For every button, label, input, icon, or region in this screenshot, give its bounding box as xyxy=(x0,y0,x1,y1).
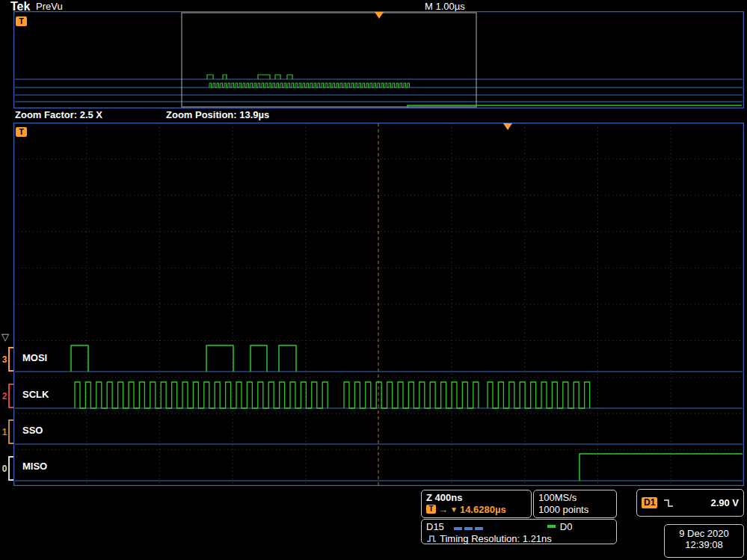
bus-activity-bars xyxy=(454,521,485,532)
channel-number-d1: 1 xyxy=(1,427,8,437)
zoom-factor-readout: Zoom Factor: 2.5 X xyxy=(15,109,102,120)
channel-bracket-icon xyxy=(8,384,13,408)
channel-label-sso: SSO xyxy=(22,425,43,436)
channel-number-d0: 0 xyxy=(1,464,8,474)
trigger-flag-overview[interactable]: T xyxy=(16,16,27,26)
channel-number-d3: 3 xyxy=(1,354,8,365)
zoom-scale-box: Z 400ns T → ▼ 14.6280µs xyxy=(421,490,532,518)
main-waveform-layer xyxy=(13,123,744,486)
overview-waveform-layer xyxy=(13,11,744,108)
channel-indicator-d1[interactable]: 1 xyxy=(1,419,13,444)
oscilloscope-screen: Tek PreVu M 1.00µs T Zoom Factor: 2.5 X … xyxy=(0,0,747,560)
datetime-box: 9 Dec 2020 12:39:08 xyxy=(664,524,744,558)
channel-bracket-icon xyxy=(8,419,13,444)
channel-indicator-d2[interactable]: 2 xyxy=(1,384,13,408)
channel-label-mosi: MOSI xyxy=(22,352,47,363)
digital-group-marker-icon[interactable]: ▽ xyxy=(1,333,9,342)
bus-activity-bar-icon xyxy=(475,527,483,530)
timing-edge-icon xyxy=(426,534,437,544)
arrow-icon: → xyxy=(438,504,448,515)
channel-indicator-d3[interactable]: 3 xyxy=(1,347,13,372)
bus-activity-bar-icon xyxy=(464,527,473,530)
channel-indicator-d0[interactable]: 0 xyxy=(1,456,13,481)
zoom-region-bracket xyxy=(182,13,476,107)
date-readout: 9 Dec 2020 xyxy=(669,528,739,539)
bus-msb-label: D15 xyxy=(426,521,444,532)
channel-bracket-icon xyxy=(8,347,13,372)
trigger-source-box: D1 2.90 V xyxy=(636,489,744,517)
acquisition-status: PreVu xyxy=(36,1,63,12)
bus-activity-bar-icon xyxy=(454,527,462,530)
trigger-flag-icon: T xyxy=(426,505,436,514)
marker-icon: ▼ xyxy=(450,505,458,514)
channel-label-miso: MISO xyxy=(22,461,47,472)
main-waveform-panel: MOSI SCLK SSO MISO xyxy=(13,123,744,486)
acquisition-box: 100MS/s 1000 points xyxy=(533,490,617,518)
time-readout: 12:39:08 xyxy=(669,539,739,550)
bus-active-bar-icon xyxy=(547,525,556,528)
channel-bracket-icon xyxy=(8,456,13,481)
trigger-position-marker-overview[interactable] xyxy=(375,12,384,19)
trigger-position-marker-main[interactable] xyxy=(503,123,512,130)
falling-edge-icon xyxy=(663,498,674,508)
timebase-readout: M 1.00µs xyxy=(425,1,465,12)
digital-bus-box: D15 D0 Timing Resolution: 1.21ns xyxy=(421,519,617,544)
trigger-source-channel: D1 xyxy=(642,497,657,508)
channel-label-sclk: SCLK xyxy=(22,389,49,400)
record-length-readout: 1000 points xyxy=(538,503,612,515)
overview-waveform-panel xyxy=(13,11,744,108)
channel-number-d2: 2 xyxy=(1,391,8,401)
zoom-position-readout: Zoom Position: 13.9µs xyxy=(166,109,269,120)
trigger-flag-main[interactable]: T xyxy=(16,127,27,137)
bus-lsb-label: D0 xyxy=(560,521,573,532)
zoom-scale-readout: Z 400ns xyxy=(426,491,526,503)
timing-resolution-readout: Timing Resolution: 1.21ns xyxy=(440,533,552,544)
trigger-threshold-readout: 2.90 V xyxy=(710,497,739,508)
sample-rate-readout: 100MS/s xyxy=(538,491,612,503)
zoom-position-value: 14.6280µs xyxy=(460,504,506,515)
